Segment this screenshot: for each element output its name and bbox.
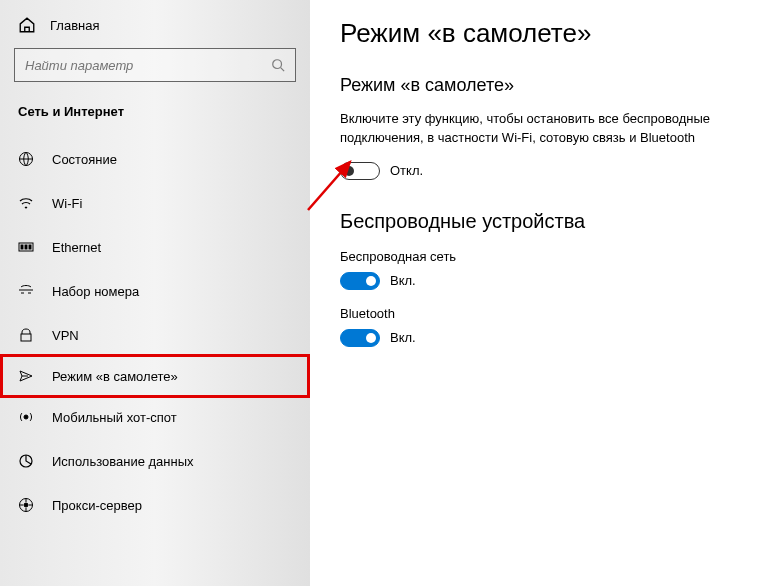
sidebar-item-airplane[interactable]: Режим «в самолете» <box>0 354 310 398</box>
globe-icon <box>18 151 34 167</box>
home-icon <box>18 16 36 34</box>
wifi-label: Беспроводная сеть <box>340 249 743 264</box>
svg-point-8 <box>24 415 28 419</box>
bluetooth-toggle[interactable] <box>340 329 380 347</box>
wifi-toggle[interactable] <box>340 272 380 290</box>
svg-point-11 <box>24 503 28 507</box>
sidebar-item-label: Ethernet <box>52 240 101 255</box>
wireless-heading: Беспроводные устройства <box>340 210 743 233</box>
search-input[interactable] <box>25 58 225 73</box>
svg-point-0 <box>273 60 282 69</box>
sidebar-item-label: Wi-Fi <box>52 196 82 211</box>
settings-sidebar: Главная Сеть и Интернет Состояние Wi-Fi … <box>0 0 310 586</box>
proxy-icon <box>18 497 34 513</box>
airplane-toggle[interactable] <box>340 162 380 180</box>
bluetooth-label: Bluetooth <box>340 306 743 321</box>
search-input-container[interactable] <box>14 48 296 82</box>
wifi-block: Беспроводная сеть Вкл. <box>340 249 743 290</box>
dialup-icon <box>18 283 34 299</box>
sidebar-item-wifi[interactable]: Wi-Fi <box>0 181 310 225</box>
sidebar-item-label: Мобильный хот-спот <box>52 410 177 425</box>
svg-rect-5 <box>25 245 27 249</box>
category-title: Сеть и Интернет <box>0 96 310 137</box>
airplane-toggle-row: Откл. <box>340 162 743 180</box>
vpn-icon <box>18 327 34 343</box>
svg-rect-7 <box>21 334 31 341</box>
sidebar-item-label: Состояние <box>52 152 117 167</box>
page-title: Режим «в самолете» <box>340 18 743 49</box>
main-content: Режим «в самолете» Режим «в самолете» Вк… <box>310 0 763 586</box>
sidebar-item-hotspot[interactable]: Мобильный хот-спот <box>0 395 310 439</box>
wifi-toggle-state: Вкл. <box>390 273 416 288</box>
airplane-toggle-state: Откл. <box>390 163 423 178</box>
sidebar-item-vpn[interactable]: VPN <box>0 313 310 357</box>
home-label: Главная <box>50 18 99 33</box>
search-icon <box>271 58 285 72</box>
sidebar-item-label: Использование данных <box>52 454 194 469</box>
sidebar-item-label: VPN <box>52 328 79 343</box>
airplane-description: Включите эту функцию, чтобы остановить в… <box>340 110 730 148</box>
hotspot-icon <box>18 409 34 425</box>
sidebar-item-label: Прокси-сервер <box>52 498 142 513</box>
svg-line-1 <box>281 68 285 72</box>
sidebar-item-datausage[interactable]: Использование данных <box>0 439 310 483</box>
svg-rect-4 <box>21 245 23 249</box>
sidebar-item-label: Режим «в самолете» <box>52 369 178 384</box>
sidebar-item-proxy[interactable]: Прокси-сервер <box>0 483 310 527</box>
datausage-icon <box>18 453 34 469</box>
airplane-icon <box>18 368 34 384</box>
wifi-icon <box>18 195 34 211</box>
sidebar-item-label: Набор номера <box>52 284 139 299</box>
sidebar-item-status[interactable]: Состояние <box>0 137 310 181</box>
bluetooth-toggle-state: Вкл. <box>390 330 416 345</box>
home-link[interactable]: Главная <box>0 10 310 48</box>
sidebar-item-ethernet[interactable]: Ethernet <box>0 225 310 269</box>
airplane-heading: Режим «в самолете» <box>340 75 743 96</box>
bluetooth-block: Bluetooth Вкл. <box>340 306 743 347</box>
svg-rect-6 <box>29 245 31 249</box>
ethernet-icon <box>18 239 34 255</box>
sidebar-item-dialup[interactable]: Набор номера <box>0 269 310 313</box>
